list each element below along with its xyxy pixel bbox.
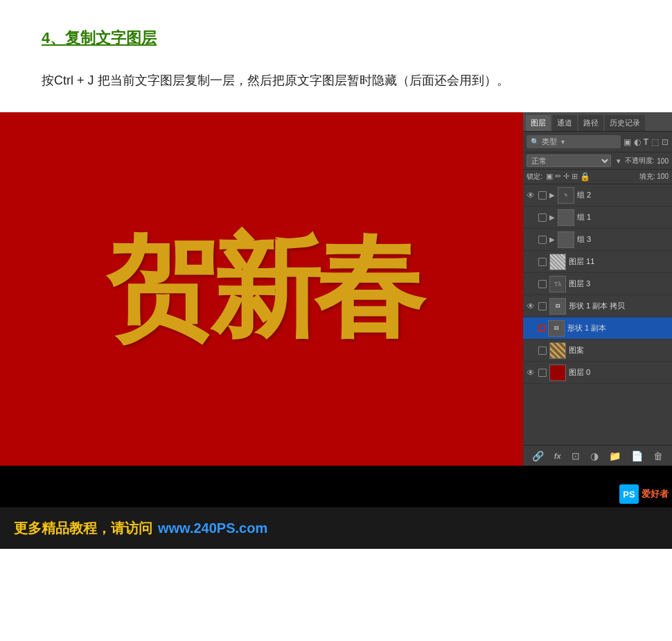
layer-thumbnail (549, 254, 566, 270)
layer-shape1-copy2[interactable]: 👁 🖼 形状 1 副本 拷贝 (523, 295, 672, 317)
canvas-chinese-text: 贺新春 (106, 214, 418, 364)
layer-name: 图层 0 (569, 367, 669, 378)
layer-thumbnail (549, 342, 566, 359)
filter-icons: ▣ ◐ T ⬚ ⊡ (624, 137, 669, 147)
opacity-label: 不透明度: (625, 156, 655, 166)
layer-group1[interactable]: ▶ 组 1 (523, 207, 672, 229)
ps-watermark: PS 爱好者 (619, 484, 669, 504)
layer-0[interactable]: 👁 图层 0 (523, 362, 672, 384)
content-area: 4、复制文字图层 按Ctrl + J 把当前文字图层复制一层，然后把原文字图层暂… (0, 0, 672, 112)
layer-checkbox[interactable] (538, 191, 547, 200)
layer-11[interactable]: 图层 11 (523, 251, 672, 273)
ps-lock-row: 锁定: ▣ ✏ ✛ ⊞ 🔒 填充: 100 (523, 170, 672, 184)
visibility-icon[interactable]: 👁 (526, 368, 536, 378)
layer-checkbox[interactable] (538, 213, 547, 222)
new-layer-icon[interactable]: 📄 (631, 450, 643, 462)
mask-icon[interactable]: ⊡ (572, 450, 580, 462)
expand-icon[interactable]: ▶ (549, 213, 555, 221)
layer-3[interactable]: Tλ 图层 3 (523, 273, 672, 295)
step-description: 按Ctrl + J 把当前文字图层复制一层，然后把原文字图层暂时隐藏（后面还会用… (42, 69, 630, 91)
layer-name: 形状 1 副本 拷贝 (569, 301, 669, 311)
layer-checkbox[interactable] (538, 280, 547, 288)
ps-panel-tabs: 图层 通道 路径 历史记录 (523, 112, 672, 132)
ps-layers-list: 👁 ▶ ✎ 组 2 ▶ 组 1 ▶ (523, 184, 672, 445)
opacity-value[interactable]: 100 (657, 157, 669, 165)
layer-thumbnail: 🖼 (548, 320, 565, 337)
layer-checkbox[interactable] (538, 302, 547, 310)
lock-label: 锁定: (527, 172, 542, 182)
bottom-text-main: 更多精品教程，请访问 (14, 519, 152, 538)
type-filter-label: 类型 (542, 137, 557, 147)
ps-layers-panel: 图层 通道 路径 历史记录 🔍 类型 ▼ ▣ ◐ T ⬚ ⊡ 正常 (523, 112, 672, 466)
lock-move-icon[interactable]: ✛ (563, 172, 569, 182)
ps-logo: PS (619, 484, 639, 504)
pixel-filter-icon[interactable]: ▣ (624, 137, 631, 147)
link-icon[interactable]: 🔗 (532, 450, 544, 462)
bottom-bar: 更多精品教程，请访问 www.240PS.com (0, 507, 672, 549)
layer-name: 图层 11 (569, 256, 669, 267)
layer-group3[interactable]: ▶ 组 3 (523, 229, 672, 251)
canvas-area: 贺新春 (0, 112, 523, 466)
layer-name: 组 3 (577, 234, 669, 245)
visibility-icon[interactable]: 👁 (526, 301, 536, 311)
tab-channels[interactable]: 通道 (552, 115, 577, 131)
layer-checkbox-red[interactable] (538, 325, 545, 332)
layer-name: 组 1 (577, 212, 669, 222)
dropdown-arrow-icon: ▼ (560, 139, 566, 146)
visibility-icon[interactable]: 👁 (526, 191, 536, 200)
layer-pattern[interactable]: 图案 (523, 340, 672, 362)
layer-name: 形状 1 副本 (567, 323, 669, 333)
lock-paint-icon[interactable]: ✏ (555, 172, 561, 182)
delete-layer-icon[interactable]: 🗑 (653, 450, 663, 462)
expand-icon[interactable]: ▶ (549, 236, 555, 243)
layer-thumbnail: 🖼 (549, 298, 566, 315)
lock-pixels-icon[interactable]: ▣ (546, 172, 553, 182)
bottom-text-url[interactable]: www.240PS.com (158, 520, 267, 536)
step-title: 4、复制文字图层 (42, 28, 630, 49)
smart-filter-icon[interactable]: ⊡ (662, 137, 669, 147)
layer-checkbox[interactable] (538, 258, 547, 266)
ps-bottom-bar: 🔗 fx ⊡ ◑ 📁 📄 🗑 (523, 445, 672, 466)
blend-mode-select[interactable]: 正常 (527, 155, 611, 167)
ps-search-inner: 🔍 类型 ▼ (527, 135, 621, 148)
ps-search-bar: 🔍 类型 ▼ ▣ ◐ T ⬚ ⊡ (523, 132, 672, 152)
layer-thumbnail: Tλ (549, 276, 566, 292)
adjust-filter-icon[interactable]: ◐ (634, 137, 641, 147)
layer-group2[interactable]: 👁 ▶ ✎ 组 2 (523, 184, 672, 207)
lock-all-icon[interactable]: 🔒 (580, 172, 590, 182)
layer-checkbox[interactable] (538, 236, 547, 244)
lock-artboard-icon[interactable]: ⊞ (572, 172, 578, 182)
watermark-site: 爱好者 (642, 488, 669, 500)
layer-thumbnail (558, 231, 574, 248)
tab-history[interactable]: 历史记录 (605, 115, 645, 131)
layer-checkbox[interactable] (538, 369, 547, 377)
layer-name: 图层 3 (569, 279, 669, 289)
layer-name: 组 2 (577, 190, 669, 200)
opacity-chevron-icon: ▼ (615, 157, 622, 165)
tab-layers[interactable]: 图层 (526, 115, 551, 131)
layer-shape1-copy[interactable]: 🖼 形状 1 副本 (523, 317, 672, 340)
layer-thumbnail (549, 365, 566, 381)
ps-blend-controls: 正常 ▼ 不透明度: 100 (523, 152, 672, 170)
fill-label: 填充: 100 (639, 172, 669, 182)
lock-icons: ▣ ✏ ✛ ⊞ 🔒 (546, 172, 590, 182)
layer-thumbnail (558, 209, 574, 226)
expand-icon[interactable]: ▶ (549, 191, 555, 199)
layer-thumbnail: ✎ (558, 187, 574, 204)
layer-checkbox[interactable] (538, 346, 547, 355)
image-section: 贺新春 图层 通道 路径 历史记录 🔍 类型 ▼ ▣ ◐ T ⬚ ⊡ (0, 112, 672, 507)
tab-paths[interactable]: 路径 (578, 115, 603, 131)
fx-icon[interactable]: fx (554, 452, 561, 460)
type-filter-icon[interactable]: T (644, 137, 648, 147)
adjustment-icon[interactable]: ◑ (590, 450, 599, 462)
search-icon: 🔍 (531, 138, 539, 146)
group-icon[interactable]: 📁 (609, 450, 621, 462)
layer-name: 图案 (569, 345, 669, 355)
shape-filter-icon[interactable]: ⬚ (651, 137, 659, 147)
